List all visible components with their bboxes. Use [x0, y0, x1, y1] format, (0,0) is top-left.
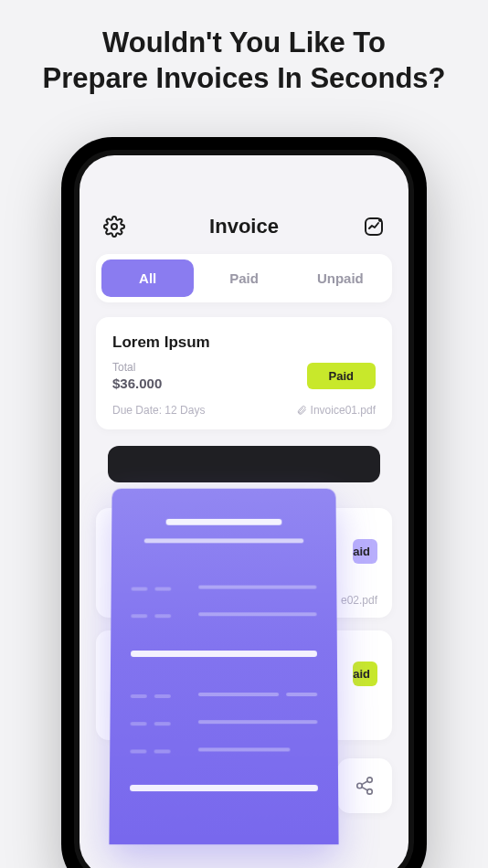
svg-point-0 — [111, 224, 117, 229]
tab-unpaid[interactable]: Unpaid — [294, 259, 387, 297]
svg-line-6 — [362, 781, 367, 785]
invoice-due-date: Due Date: 12 Days — [112, 404, 205, 417]
receipt-line — [130, 785, 318, 791]
receipt-line — [198, 693, 279, 696]
invoice-total-value: $36.000 — [112, 376, 162, 391]
paperclip-icon — [296, 405, 307, 416]
status-badge-partial: aid — [353, 662, 377, 686]
tab-paid[interactable]: Paid — [197, 259, 290, 297]
receipt-line — [154, 694, 171, 698]
share-icon — [355, 776, 375, 796]
filter-tabs: All Paid Unpaid — [96, 254, 392, 302]
share-button[interactable] — [337, 758, 392, 813]
phone-bezel: Invoice All Paid Unpaid — [74, 150, 414, 868]
marketing-headline: Wouldn't You Like To Prepare Invoices In… — [0, 0, 488, 97]
invoice-total-block: Total $36.000 — [112, 361, 162, 391]
receipt-line — [198, 612, 317, 616]
app-topbar: Invoice — [96, 210, 392, 254]
invoice-file-partial: e02.pdf — [341, 594, 377, 607]
chart-icon — [363, 216, 385, 238]
receipt-line — [154, 749, 171, 753]
headline-line-2: Prepare Invoices In Seconds? — [18, 61, 470, 97]
receipt-line — [198, 747, 291, 751]
printer-slot — [108, 446, 380, 482]
gear-icon — [103, 216, 125, 238]
receipt-line — [198, 586, 316, 589]
receipt-line — [144, 538, 303, 543]
status-badge: Paid — [307, 363, 376, 389]
phone-screen: Invoice All Paid Unpaid — [80, 155, 408, 868]
invoice-footer: Due Date: 12 Days Invoice01.pdf — [112, 404, 376, 417]
receipt-line — [131, 722, 147, 725]
invoice-total-label: Total — [112, 361, 162, 374]
phone-frame: Invoice All Paid Unpaid — [61, 137, 427, 868]
receipt-line — [198, 720, 318, 724]
receipt-line — [154, 614, 171, 618]
settings-button[interactable] — [101, 214, 127, 239]
app-root: Invoice All Paid Unpaid — [80, 210, 408, 482]
status-badge-partial: aid — [353, 539, 377, 564]
page-title: Invoice — [209, 215, 279, 238]
invoice-summary-row: Total $36.000 Paid — [112, 361, 376, 391]
receipt-line — [132, 587, 148, 591]
analytics-button[interactable] — [361, 214, 387, 239]
receipt-line — [130, 749, 146, 753]
receipt-line — [154, 587, 171, 591]
headline-line-1: Wouldn't You Like To — [18, 26, 470, 61]
receipt-line — [131, 651, 317, 657]
receipt-line — [166, 519, 282, 525]
receipt-illustration — [109, 489, 338, 845]
svg-line-7 — [362, 787, 367, 790]
receipt-line — [286, 693, 317, 696]
invoice-attachment[interactable]: Invoice01.pdf — [296, 404, 376, 417]
invoice-client-name: Lorem Ipsum — [112, 333, 376, 352]
receipt-line — [131, 694, 147, 698]
receipt-line — [154, 722, 171, 725]
receipt-line — [131, 614, 147, 618]
invoice-card[interactable]: Lorem Ipsum Total $36.000 Paid Due Date:… — [96, 317, 392, 429]
svg-point-2 — [378, 218, 382, 222]
invoice-file-name: Invoice01.pdf — [311, 404, 376, 417]
tab-all[interactable]: All — [101, 259, 194, 297]
